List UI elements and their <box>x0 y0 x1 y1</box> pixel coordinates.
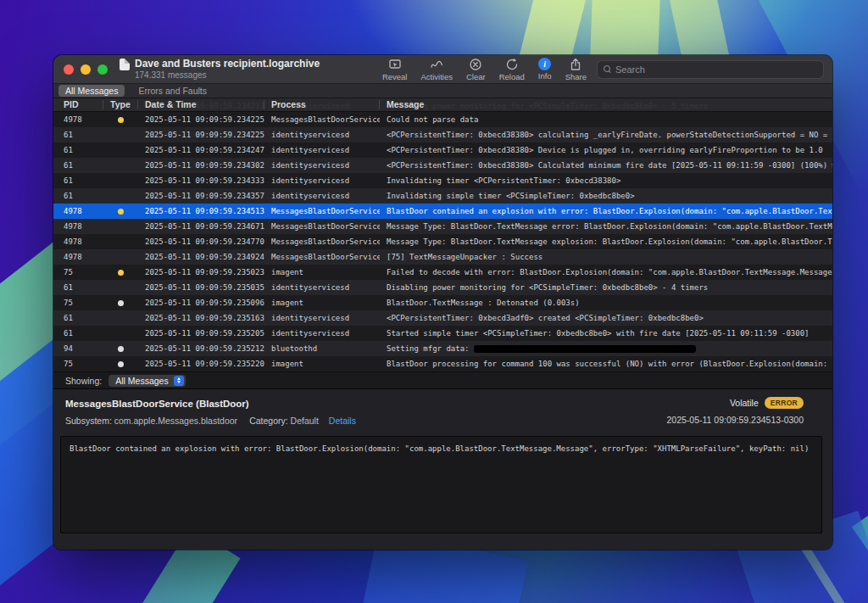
row-process: identityservicesd <box>264 176 380 185</box>
table-row[interactable]: 75 2025-05-11 09:09:59.235023-0300 image… <box>53 265 832 280</box>
table-row[interactable]: 61 2025-05-11 09:09:59.234333-0300 ident… <box>53 173 832 188</box>
row-datetime: 2025-05-11 09:09:59.235035-0300 <box>138 283 264 292</box>
table-row[interactable]: 61 2025-05-11 09:09:59.234247-0300 ident… <box>53 142 832 158</box>
row-message: BlastDoor contained an explosion with er… <box>380 207 832 215</box>
reveal-button[interactable]: Reveal <box>382 58 408 81</box>
row-datetime: 2025-05-11 09:09:59.234247-0300 <box>138 146 264 154</box>
table-row[interactable]: 4978 2025-05-11 09:09:59.234513-0300 Mes… <box>53 204 832 219</box>
details-timestamp: 2025-05-11 09:09:59.234513-0300 <box>666 415 804 425</box>
column-header-process[interactable]: Process <box>264 100 380 109</box>
row-type <box>103 209 138 215</box>
row-datetime: 2025-05-11 09:09:59.235205-0300 <box>138 329 264 338</box>
row-message: Message Type: BlastDoor.TextMessage erro… <box>380 222 832 231</box>
row-process: identityservicesd <box>264 161 380 170</box>
row-message: Invalidating timer <PCPersistentTimer: 0… <box>380 176 832 185</box>
tab-errors-and-faults[interactable]: Errors and Faults <box>133 85 212 97</box>
table-row[interactable]: 61 2025-05-11 09:09:59.234225-0300 ident… <box>53 127 832 142</box>
scope-bar: All Messages Errors and Faults <box>53 84 832 98</box>
table-row[interactable]: 61 2025-05-11 09:09:59.235205-0300 ident… <box>53 326 832 341</box>
log-table: 61 2025-05-11 09:09:59.234213-0300 ident… <box>53 98 832 371</box>
row-process: MessagesBlastDoorService <box>264 115 380 124</box>
column-header-datetime[interactable]: Date & Time <box>138 100 264 109</box>
row-pid: 4978 <box>53 253 103 261</box>
row-process: identityservicesd <box>264 329 380 338</box>
zoom-window-button[interactable] <box>97 64 108 75</box>
close-window-button[interactable] <box>64 64 74 75</box>
row-pid: 61 <box>53 146 103 154</box>
row-process: MessagesBlastDoorService <box>264 207 380 215</box>
row-process: identityservicesd <box>264 146 380 154</box>
row-datetime: 2025-05-11 09:09:59.234225-0300 <box>138 115 264 124</box>
row-pid: 61 <box>53 192 103 200</box>
search-field[interactable] <box>597 60 824 79</box>
row-pid: 61 <box>53 283 103 292</box>
column-header-message[interactable]: Message <box>380 100 832 109</box>
row-pid: 61 <box>53 329 103 338</box>
redacted-data-bar <box>474 345 696 353</box>
table-row[interactable]: 61 2025-05-11 09:09:59.235035-0300 ident… <box>53 280 832 295</box>
row-pid: 75 <box>53 268 103 276</box>
table-row[interactable]: 4978 2025-05-11 09:09:59.234924-0300 Mes… <box>53 249 832 265</box>
showing-popup-button[interactable]: All Messages <box>108 375 185 387</box>
info-button[interactable]: i Info <box>538 58 552 81</box>
showing-label: Showing: <box>65 376 102 386</box>
search-input[interactable] <box>615 64 817 75</box>
log-level-dot-icon <box>118 361 124 367</box>
row-message: Setting mfgr data: <box>380 344 832 353</box>
row-pid: 4978 <box>53 237 103 246</box>
row-pid: 75 <box>53 299 103 307</box>
table-row[interactable]: 61 2025-05-11 09:09:59.234357-0300 ident… <box>53 188 832 204</box>
row-message: <PCPersistentTimer: 0xbecd3adf0> created… <box>380 314 832 322</box>
row-type <box>103 361 138 367</box>
table-row[interactable]: 4978 2025-05-11 09:09:59.234770-0300 Mes… <box>53 234 832 249</box>
details-right-meta: Volatile ERROR 2025-05-11 09:09:59.23451… <box>666 397 804 425</box>
table-row[interactable]: 75 2025-05-11 09:09:59.235096-0300 image… <box>53 295 832 310</box>
row-datetime: 2025-05-11 09:09:59.234225-0300 <box>138 131 264 139</box>
message-count: 174.331 messages <box>135 70 320 81</box>
row-message: <PCPersistentTimer: 0xbecd38380> Device … <box>380 146 832 154</box>
row-type <box>103 346 138 352</box>
row-message: Disabling power monitoring for <PCSimple… <box>380 283 832 292</box>
row-datetime: 2025-05-11 09:09:59.234302-0300 <box>138 161 264 170</box>
error-badge: ERROR <box>765 397 804 409</box>
table-row[interactable]: 61 2025-05-11 09:09:59.235163-0300 ident… <box>53 310 832 326</box>
search-icon <box>604 65 611 73</box>
column-header-pid[interactable]: PID <box>53 100 103 109</box>
row-datetime: 2025-05-11 09:09:59.235220-0300 <box>138 360 264 368</box>
column-header-type[interactable]: Type <box>103 100 138 109</box>
storage-type: Volatile <box>730 398 759 408</box>
tab-all-messages[interactable]: All Messages <box>58 85 125 97</box>
popup-chevrons-icon <box>174 376 184 386</box>
console-window: Dave and Busters recipient.logarchive 17… <box>53 55 832 550</box>
activities-button[interactable]: Activities <box>420 58 452 81</box>
share-button[interactable]: Share <box>565 58 587 81</box>
table-row[interactable]: 61 2025-05-11 09:09:59.234302-0300 ident… <box>53 158 832 173</box>
row-datetime: 2025-05-11 09:09:59.235023-0300 <box>138 268 264 276</box>
row-datetime: 2025-05-11 09:09:59.234770-0300 <box>138 237 264 246</box>
reveal-icon <box>388 58 402 71</box>
row-pid: 75 <box>53 360 103 368</box>
table-row[interactable]: 94 2025-05-11 09:09:59.235212-0300 bluet… <box>53 341 832 356</box>
row-datetime: 2025-05-11 09:09:59.235212-0300 <box>138 344 264 353</box>
row-process: identityservicesd <box>264 131 380 139</box>
traffic-lights <box>64 64 108 75</box>
row-datetime: 2025-05-11 09:09:59.235096-0300 <box>138 299 264 307</box>
details-title: MessagesBlastDoorService (BlastDoor) <box>65 399 249 409</box>
table-row[interactable]: 4978 2025-05-11 09:09:59.234225-0300 Mes… <box>53 112 832 127</box>
details-message-box[interactable]: BlastDoor contained an explosion with er… <box>60 436 822 533</box>
table-row[interactable]: 75 2025-05-11 09:09:59.235220-0300 image… <box>53 356 832 371</box>
row-pid: 61 <box>53 131 103 139</box>
row-message: BlastDoor.TextMessage : Detonated (0.003… <box>380 299 832 307</box>
minimize-window-button[interactable] <box>81 64 91 75</box>
row-process: identityservicesd <box>264 283 380 292</box>
reload-button[interactable]: Reload <box>499 58 525 81</box>
clear-icon <box>469 58 482 71</box>
log-level-dot-icon <box>118 300 124 306</box>
details-link[interactable]: Details <box>329 416 356 426</box>
row-pid: 61 <box>53 314 103 322</box>
row-datetime: 2025-05-11 09:09:59.234333-0300 <box>138 176 264 185</box>
row-pid: 4978 <box>53 222 103 231</box>
clear-button[interactable]: Clear <box>466 58 486 81</box>
document-icon <box>120 59 130 70</box>
table-row[interactable]: 4978 2025-05-11 09:09:59.234671-0300 Mes… <box>53 219 832 234</box>
